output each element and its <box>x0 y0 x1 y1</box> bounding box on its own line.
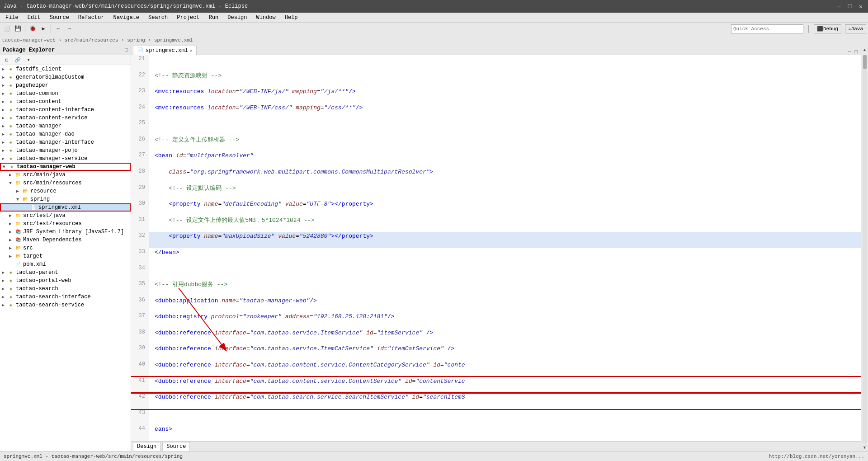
menu-run[interactable]: Run <box>205 14 222 22</box>
debug-button[interactable]: 🐞 <box>28 24 38 34</box>
back-button[interactable]: ← <box>53 24 63 34</box>
menu-file[interactable]: File <box>2 14 22 22</box>
tree-item-taotao-manager-pojo[interactable]: ▶ ◈ taotao-manager-pojo <box>0 146 131 155</box>
line-text <box>149 264 861 281</box>
tree-label: src/main/resources <box>23 180 82 186</box>
tree-item-taotao-content[interactable]: ▶ ◈ taotao-content <box>0 98 131 106</box>
menu-edit[interactable]: Edit <box>24 14 44 22</box>
tree-label: Maven Dependencies <box>23 237 82 243</box>
tree-item-target[interactable]: ▶ 📂 target <box>0 252 131 260</box>
tree-item-generator[interactable]: ▶ ◈ generatorSqlmapCustom <box>0 73 131 81</box>
tree-item-taotao-content-interface[interactable]: ▶ ◈ taotao-content-interface <box>0 106 131 114</box>
expand-arrow: ▶ <box>9 254 14 259</box>
line-text: <dubbo:reference interface="com.taotao.s… <box>149 329 861 345</box>
line-number: 33 <box>131 248 149 264</box>
minimize-button[interactable]: ─ <box>835 3 843 10</box>
expand-arrow: ▶ <box>2 75 7 80</box>
tree-item-taotao-manager-interface[interactable]: ▶ ◈ taotao-manager-interface <box>0 138 131 146</box>
tree-label: generatorSqlmapCustom <box>16 74 84 80</box>
tree-item-taotao-search-service[interactable]: ▶ ◈ taotao-search-service <box>0 301 131 309</box>
menu-navigate[interactable]: Navigate <box>109 14 143 22</box>
tree-item-src-test-java[interactable]: ▶ 📁 src/test/java <box>0 212 131 220</box>
pe-link-btn[interactable]: 🔗 <box>13 55 23 65</box>
tab-close-button[interactable]: ✕ <box>190 48 193 53</box>
tree-item-pagehelper[interactable]: ▶ ◈ pagehelper <box>0 81 131 89</box>
tree-item-taotao-portal-web[interactable]: ▶ ◈ taotao-portal-web <box>0 277 131 285</box>
forward-button[interactable]: → <box>64 24 74 34</box>
tree-item-maven-deps[interactable]: ▶ 📚 Maven Dependencies <box>0 236 131 244</box>
menu-window[interactable]: Window <box>253 14 279 22</box>
code-line-21: 21 <box>131 55 861 71</box>
menu-bar: File Edit Source Refactor Navigate Searc… <box>0 13 868 23</box>
maximize-button[interactable]: □ <box>846 3 854 10</box>
expand-arrow: ▼ <box>3 165 8 169</box>
tree-label: taotao-manager-dao <box>16 131 75 137</box>
tree-item-src-main-resources[interactable]: ▼ 📁 src/main/resources <box>0 179 131 187</box>
new-button[interactable]: ⬜ <box>2 24 12 34</box>
line-text: <property name="maxUploadSize" value="52… <box>149 232 861 248</box>
editor-tab-springmvc[interactable]: 📄 springmvc.xml ✕ <box>133 46 197 55</box>
project-icon: ◈ <box>7 293 14 301</box>
tree-item-resource[interactable]: ▶ 📂 resource <box>0 187 131 195</box>
menu-search[interactable]: Search <box>145 14 171 22</box>
vertical-scrollbar[interactable] <box>863 55 867 443</box>
close-button[interactable]: ✕ <box>857 3 864 10</box>
tree-item-src[interactable]: ▶ 📂 src <box>0 244 131 252</box>
tree-item-src-main-java[interactable]: ▶ 📁 src/main/java <box>0 171 131 179</box>
tree-item-taotao-content-service[interactable]: ▶ ◈ taotao-content-service <box>0 114 131 122</box>
editor-maximize-btn[interactable]: □ <box>853 49 859 55</box>
pe-collapse-btn[interactable]: ⊟ <box>2 55 12 65</box>
line-number: 39 <box>131 344 149 361</box>
project-icon: ◈ <box>7 122 14 130</box>
run-button[interactable]: ▶ <box>38 24 48 34</box>
menu-help[interactable]: Help <box>281 14 302 22</box>
code-line-31: 31 <!-- 设定文件上传的最大值5MB，5*1024*1024 --> <box>131 216 861 232</box>
tree-item-taotao-manager-service[interactable]: ▶ ◈ taotao-manager-service <box>0 155 131 163</box>
pe-toolbar: ⊟ 🔗 ▾ <box>0 55 131 65</box>
quick-access-input[interactable]: Quick Access <box>731 24 803 33</box>
scroll-bottom-btn[interactable]: ▼ <box>862 445 868 451</box>
debug-perspective-button[interactable]: ⬛ Debug <box>814 24 841 33</box>
tree-item-spring[interactable]: ▼ 📂 spring <box>0 195 131 203</box>
line-number: 24 <box>131 103 149 120</box>
pe-menu-btn[interactable]: ▾ <box>24 55 33 65</box>
tree-item-taotao-common[interactable]: ▶ ◈ taotao-common <box>0 89 131 98</box>
tree-item-taotao-manager-web[interactable]: ▼ ◈ taotao-manager-web <box>0 163 131 171</box>
expand-arrow: ▶ <box>2 132 7 137</box>
pe-minimize-btn[interactable]: ─ <box>121 47 124 53</box>
menu-refactor[interactable]: Refactor <box>75 14 108 22</box>
code-line-36: 36 <dubbo:application name="taotao-manag… <box>131 296 861 313</box>
tree-item-taotao-manager[interactable]: ▶ ◈ taotao-manager <box>0 122 131 130</box>
menu-design[interactable]: Design <box>224 14 250 22</box>
menu-source[interactable]: Source <box>46 14 73 22</box>
line-text: <dubbo:reference interface="com.taotao.c… <box>149 377 861 393</box>
menu-project[interactable]: Project <box>173 14 203 22</box>
code-line-44: 44 eans> <box>131 425 861 441</box>
line-number: 26 <box>131 136 149 152</box>
tree-item-pom-xml[interactable]: ▶ 📄 pom.xml <box>0 260 131 268</box>
tree-item-springmvc-xml[interactable]: ▶ 📄 springmvc.xml <box>0 203 131 212</box>
save-button[interactable]: 💾 <box>13 24 23 34</box>
line-number: 25 <box>131 119 149 136</box>
source-tab[interactable]: Source <box>162 442 190 451</box>
src-folder-icon: 📁 <box>14 179 22 187</box>
code-editor[interactable]: 21 22 <!-- 静态资源映射 --> 23 <mvc:resources … <box>131 55 861 441</box>
toolbar-right: Quick Access ⬛ Debug ☕ Java <box>731 24 866 33</box>
design-tab[interactable]: Design <box>133 442 160 451</box>
expand-arrow: ▶ <box>2 99 7 104</box>
tree-item-taotao-parent[interactable]: ▶ ◈ taotao-parent <box>0 268 131 277</box>
tree-item-fastdfs[interactable]: ▶ ◈ fastdfs_client <box>0 65 131 73</box>
tree-label: src/test/java <box>23 212 66 219</box>
tree-item-taotao-search[interactable]: ▶ ◈ taotao-search <box>0 285 131 293</box>
pe-maximize-btn[interactable]: □ <box>125 47 128 53</box>
tree-item-taotao-search-interface[interactable]: ▶ ◈ taotao-search-interface <box>0 293 131 301</box>
tree-item-src-test-resources[interactable]: ▶ 📁 src/test/resources <box>0 220 131 228</box>
line-text: <mvc:resources location="/WEB-INF/js/" m… <box>149 87 861 103</box>
design-tab-label: Design <box>137 443 156 450</box>
line-number: 41 <box>131 377 149 393</box>
scroll-top-btn[interactable]: ▲ <box>862 47 868 53</box>
editor-minimize-btn[interactable]: ─ <box>847 49 853 55</box>
tree-item-jre[interactable]: ▶ 📚 JRE System Library [JavaSE-1.7] <box>0 228 131 236</box>
tree-item-taotao-manager-dao[interactable]: ▶ ◈ taotao-manager-dao <box>0 130 131 138</box>
java-perspective-button[interactable]: ☕ Java <box>845 24 866 33</box>
